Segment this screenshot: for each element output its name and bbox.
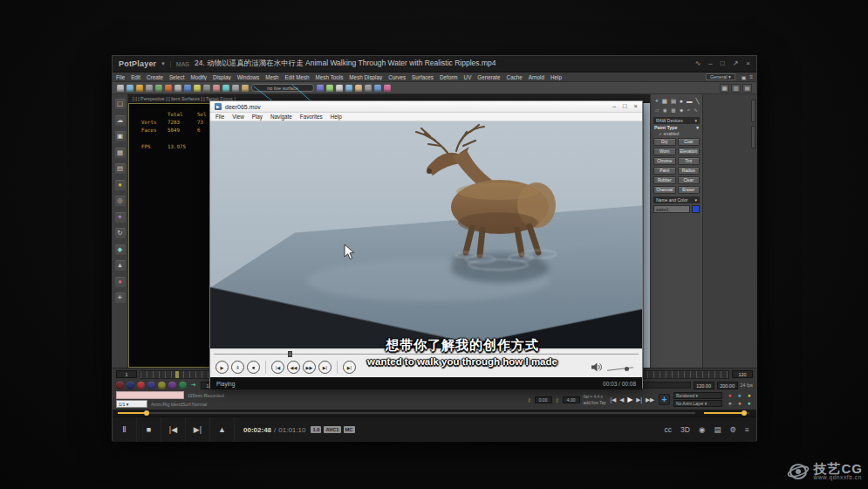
panel-button[interactable]: Charcoal	[653, 186, 676, 194]
maya-menu-item[interactable]: Arnold	[529, 74, 544, 80]
layout-button[interactable]: ▦	[720, 84, 729, 93]
panel-button[interactable]: Paint	[653, 167, 676, 175]
restore-icon[interactable]: ↗	[733, 60, 739, 67]
status-icon[interactable]: ●	[745, 392, 754, 399]
key-field-1[interactable]: 0.00	[535, 396, 552, 403]
panel-button[interactable]: Eraser	[678, 186, 701, 194]
app-menu-caret-icon[interactable]: ▾	[161, 60, 165, 67]
prev-button[interactable]: |◀	[161, 417, 186, 442]
step-frame-button[interactable]: ▶|	[343, 361, 356, 374]
maya-menu-item[interactable]: Mesh	[265, 74, 278, 80]
mpc-menu-item[interactable]: Play	[252, 114, 263, 120]
shelf-icon[interactable]	[117, 85, 124, 92]
palette-dot[interactable]	[147, 382, 155, 389]
add-keyframe-button[interactable]: +	[659, 394, 670, 405]
wave-icon[interactable]: ∿	[695, 60, 701, 67]
step-forward-button[interactable]: ▶|	[635, 396, 643, 403]
panel-button[interactable]: Chrome	[653, 157, 676, 165]
chevron-down-icon[interactable]: ▾	[696, 124, 699, 131]
chevron-down-icon[interactable]: ▾	[694, 117, 697, 124]
panel-button[interactable]: Worn	[653, 148, 676, 155]
go-end-button[interactable]: ▶▶	[645, 396, 655, 403]
shelf-icon[interactable]	[213, 85, 220, 92]
shelf-icon[interactable]	[155, 85, 162, 92]
shelf-icon[interactable]	[355, 85, 362, 92]
tool-icon[interactable]: ◆	[115, 244, 126, 255]
shelf-icon[interactable]	[165, 85, 172, 92]
layout-button[interactable]: ▥	[731, 84, 741, 93]
panel-header[interactable]: RAW Devices ▾	[653, 117, 700, 124]
shelf-icon[interactable]	[232, 85, 239, 92]
palette-dot[interactable]	[158, 382, 166, 389]
maya-menu-item[interactable]: Windows	[237, 74, 260, 80]
maya-menu-item[interactable]: Surfaces	[412, 74, 434, 80]
capture-icon[interactable]: ◉	[699, 425, 705, 434]
chevron-down-icon[interactable]: ▾	[694, 196, 697, 203]
pause-button[interactable]: Ⅱ	[113, 417, 137, 442]
play-button[interactable]: ▶	[215, 361, 229, 374]
workspace-selector[interactable]: General ▾	[706, 73, 735, 80]
maya-menu-item[interactable]: Generate	[477, 74, 500, 80]
panel-section-paint-type[interactable]: Paint Type ▾	[653, 124, 700, 131]
maximize-icon[interactable]: □	[623, 103, 627, 110]
status-icon[interactable]: ●	[745, 400, 754, 407]
panel-mini-icon[interactable]: ∿	[694, 107, 698, 114]
tool-icon[interactable]: ●	[115, 277, 126, 287]
maya-menu-item[interactable]: UV	[464, 74, 472, 80]
panel-mini-icon[interactable]: ≈	[687, 107, 690, 114]
tool-icon[interactable]: ▣	[115, 131, 126, 141]
tool-icon[interactable]: ✳	[115, 293, 126, 303]
maya-menu-item[interactable]: Cache	[507, 74, 523, 80]
current-frame-field[interactable]: 1	[116, 370, 137, 378]
tool-icon[interactable]: ↻	[115, 228, 126, 238]
menubar-icon[interactable]: ▣	[742, 74, 747, 80]
panel-button[interactable]: Coat	[678, 138, 701, 146]
key-field-2[interactable]: 4.00	[563, 396, 580, 403]
forward-button[interactable]: ▶▶	[303, 361, 316, 374]
panel-mini-icon[interactable]: ◆	[680, 107, 683, 114]
panel-mini-icon[interactable]: ▱	[655, 107, 659, 114]
shelf-icon[interactable]	[326, 85, 333, 92]
skip-back-button[interactable]: |◀	[271, 361, 284, 374]
palette-dot[interactable]	[168, 382, 176, 389]
sidebar-tabs[interactable]	[751, 100, 755, 148]
mpc-volume-handle[interactable]	[625, 367, 629, 371]
status-icon[interactable]: ●	[735, 400, 744, 407]
mpc-menu-item[interactable]: File	[215, 114, 224, 120]
command-line-text[interactable]: Anim.Rig blendSurf.Normal	[151, 402, 207, 407]
subtitle-icon[interactable]: cc	[665, 425, 673, 434]
close-icon[interactable]: ×	[634, 103, 638, 110]
tool-icon[interactable]: ✦	[115, 212, 126, 223]
3d-icon[interactable]: 3D	[680, 425, 690, 434]
panel-button[interactable]: Dry	[653, 138, 676, 146]
shelf-icon[interactable]	[136, 85, 143, 92]
mpc-menu-item[interactable]: View	[232, 114, 244, 120]
end-frame-field[interactable]: 120	[732, 370, 753, 378]
device-icon[interactable]: ▤	[714, 425, 721, 434]
enabled-checkbox[interactable]: ✓ enabled	[653, 131, 700, 137]
shelf-icon[interactable]	[184, 85, 191, 92]
panel-button[interactable]: Rubber	[653, 176, 676, 184]
panel-button[interactable]: Clear	[678, 176, 701, 184]
menubar-icon[interactable]: ≡	[749, 74, 753, 80]
shelf-icon[interactable]	[242, 85, 249, 92]
seek-handle[interactable]	[144, 410, 149, 416]
panel-mini-icon[interactable]: ▦	[671, 107, 675, 114]
tool-icon[interactable]: ◎	[115, 196, 126, 206]
maya-menu-item[interactable]: File	[116, 74, 125, 80]
maya-menu-item[interactable]: Curves	[388, 74, 406, 80]
palette-dot[interactable]	[179, 382, 187, 389]
status-icon[interactable]: ●	[735, 392, 744, 399]
shelf-icon[interactable]	[365, 85, 372, 92]
open-button[interactable]: ▲	[210, 417, 235, 442]
panel-button[interactable]: Tint	[678, 157, 701, 165]
potplayer-logo[interactable]: PotPlayer	[119, 59, 156, 68]
mpc-seek-handle[interactable]	[288, 351, 292, 357]
range-end-inner-field[interactable]: 120.00	[694, 382, 714, 389]
render-mode-dropdown[interactable]: Rendered ▾	[673, 392, 722, 399]
add-icon[interactable]: +	[655, 97, 659, 105]
shelf-icon[interactable]	[384, 85, 391, 92]
mpc-menu-item[interactable]: Navigate	[270, 114, 292, 120]
status-icon[interactable]: ●	[726, 400, 735, 407]
color-swatch[interactable]	[692, 205, 700, 213]
